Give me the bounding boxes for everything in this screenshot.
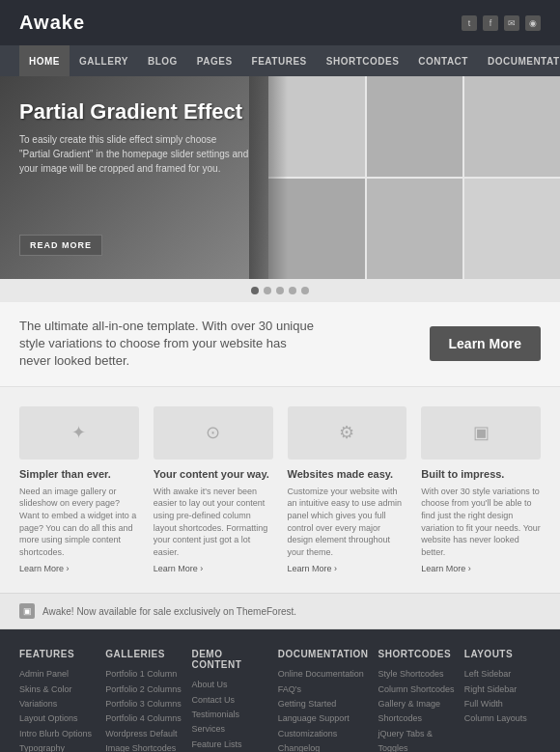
- footer-link[interactable]: Left Sidebar: [464, 667, 541, 682]
- feature-title-simpler: Simpler than ever.: [19, 467, 139, 481]
- footer-grid: FEATURES Admin Panel Skins & Color Varia…: [19, 649, 541, 752]
- feature-link-content[interactable]: Learn More: [154, 564, 273, 573]
- hero-left-panel: Partial Gradient Effect To easily create…: [0, 76, 268, 279]
- slider-dot-5[interactable]: [301, 287, 309, 294]
- feature-icon-websites: ⚙: [288, 406, 407, 460]
- footer-link[interactable]: jQuery Tabs & Toggles: [378, 727, 455, 752]
- feature-desc-built: With over 30 style variations to choose …: [421, 486, 541, 559]
- nav-item-documentation[interactable]: DOCUMENTATION: [478, 45, 560, 76]
- footer-link[interactable]: Right Sidebar: [464, 682, 541, 697]
- footer-col-documentation: DOCUMENTATION Online Documentation FAQ's…: [278, 649, 369, 752]
- feature-desc-content: With awake it's never been easier to lay…: [154, 486, 273, 559]
- footer-link[interactable]: Testimonials: [191, 708, 267, 722]
- nav-item-contact[interactable]: CONTACT: [408, 45, 478, 76]
- feature-title-websites: Websites made easy.: [288, 467, 407, 481]
- footer-link[interactable]: Column Layouts: [464, 711, 541, 726]
- footer-link[interactable]: Gallery & Image Shortcodes: [378, 697, 455, 727]
- footer-link[interactable]: Typography: [19, 741, 96, 752]
- footer-link[interactable]: Skins & Color: [19, 682, 96, 697]
- cta-bar: The ultimate all-in-one template. With o…: [0, 302, 560, 387]
- learn-more-button[interactable]: Learn More: [430, 326, 541, 361]
- feature-title-built: Built to impress.: [421, 467, 541, 481]
- feature-desc-websites: Customize your website with an intuitive…: [288, 486, 407, 559]
- feature-websites: ⚙ Websites made easy. Customize your web…: [288, 406, 407, 574]
- hero-image-3: [464, 76, 560, 177]
- footer-heading-layouts: LAYOUTS: [464, 649, 541, 659]
- nav-items: HOME GALLERY BLOG PAGES FEATURES SHORTCO…: [19, 45, 560, 76]
- footer-col-shortcodes: SHORTCODES Style Shortcodes Column Short…: [378, 649, 455, 752]
- footer-link[interactable]: Getting Started: [278, 697, 369, 711]
- feature-link-built[interactable]: Learn More: [421, 564, 541, 573]
- feature-content: ⊙ Your content your way. With awake it's…: [154, 406, 273, 574]
- feature-title-content: Your content your way.: [154, 467, 273, 481]
- slider-dot-1[interactable]: [251, 287, 259, 294]
- footer-link[interactable]: Customizations: [278, 727, 369, 741]
- hero-description: To easily create this slide effect simpl…: [19, 132, 249, 176]
- footer-link[interactable]: Services: [191, 722, 267, 737]
- footer-link[interactable]: Intro Blurb Options: [19, 727, 96, 741]
- footer-heading-shortcodes: SHORTCODES: [378, 649, 455, 659]
- footer-link[interactable]: Portfolio 1 Column: [105, 667, 182, 682]
- hero-title: Partial Gradient Effect: [19, 99, 249, 125]
- footer-heading-documentation: DOCUMENTATION: [278, 649, 369, 659]
- footer-heading-demo: DEMO CONTENT: [191, 649, 267, 670]
- footer-link[interactable]: Column Shortcodes: [378, 682, 455, 697]
- footer-link[interactable]: Changelog: [278, 741, 369, 752]
- footer-heading-features: FEATURES: [19, 649, 96, 659]
- nav-item-shortcodes[interactable]: SHORTCODES: [317, 45, 409, 76]
- notice-icon: ▣: [19, 603, 35, 619]
- feature-icon-built: ▣: [421, 406, 541, 460]
- footer-link[interactable]: Portfolio 3 Columns: [105, 697, 182, 711]
- footer-link[interactable]: Style Shortcodes: [378, 667, 455, 682]
- footer-col-demo: DEMO CONTENT About Us Contact Us Testimo…: [191, 649, 267, 752]
- footer-link[interactable]: Admin Panel: [19, 667, 96, 682]
- footer-link[interactable]: Image Shortcodes: [105, 741, 182, 752]
- feature-link-simpler[interactable]: Learn More: [19, 564, 139, 573]
- footer-link[interactable]: Wordpress Default: [105, 727, 182, 741]
- rss-icon[interactable]: ◉: [525, 15, 541, 31]
- main-content: Partial Gradient Effect To easily create…: [0, 76, 560, 629]
- footer-link[interactable]: Online Documentation: [278, 667, 369, 682]
- nav-item-features[interactable]: FEATURES: [242, 45, 317, 76]
- hero-image-2: [367, 76, 462, 177]
- notice-bar: ▣ Awake! Now available for sale exclusiv…: [0, 593, 560, 629]
- nav-item-home[interactable]: HOME: [19, 45, 70, 76]
- footer-link[interactable]: Feature Lists: [191, 738, 267, 752]
- feature-desc-simpler: Need an image gallery or slideshow on ev…: [19, 486, 139, 559]
- footer-link[interactable]: FAQ's: [278, 682, 369, 697]
- footer-link[interactable]: Variations: [19, 697, 96, 711]
- feature-simpler: ✦ Simpler than ever. Need an image galle…: [19, 406, 139, 574]
- feature-built: ▣ Built to impress. With over 30 style v…: [421, 406, 541, 574]
- social-icons: t f ✉ ◉: [462, 15, 541, 31]
- feature-icon-simpler: ✦: [19, 406, 139, 460]
- footer-link[interactable]: About Us: [191, 678, 267, 692]
- hero-image-5: [367, 179, 462, 279]
- slider-dot-3[interactable]: [276, 287, 284, 294]
- footer-col-layouts: LAYOUTS Left Sidebar Right Sidebar Full …: [464, 649, 541, 752]
- footer-heading-galleries: GALLERIES: [105, 649, 182, 659]
- header: Awake t f ✉ ◉: [0, 0, 560, 45]
- hero-slider: Partial Gradient Effect To easily create…: [0, 76, 560, 279]
- footer-link[interactable]: Portfolio 2 Columns: [105, 682, 182, 697]
- footer-link[interactable]: Layout Options: [19, 711, 96, 726]
- nav-item-gallery[interactable]: GALLERY: [70, 45, 138, 76]
- read-more-button[interactable]: READ MORE: [19, 235, 102, 256]
- footer-link[interactable]: Portfolio 4 Columns: [105, 711, 182, 726]
- footer-link[interactable]: Language Support: [278, 711, 369, 726]
- footer-col-features: FEATURES Admin Panel Skins & Color Varia…: [19, 649, 96, 752]
- facebook-icon[interactable]: f: [483, 15, 498, 31]
- footer: FEATURES Admin Panel Skins & Color Varia…: [0, 629, 560, 752]
- slider-dot-2[interactable]: [264, 287, 271, 294]
- notice-text: Awake! Now available for sale exclusivel…: [42, 606, 296, 617]
- features-section: ✦ Simpler than ever. Need an image galle…: [0, 387, 560, 594]
- feature-link-websites[interactable]: Learn More: [288, 564, 407, 573]
- hero-images: [268, 76, 560, 279]
- footer-link[interactable]: Full Width: [464, 697, 541, 711]
- footer-link[interactable]: Contact Us: [191, 693, 267, 708]
- cta-text: The ultimate all-in-one template. With o…: [19, 318, 319, 371]
- slider-dot-4[interactable]: [289, 287, 296, 294]
- nav-item-blog[interactable]: BLOG: [138, 45, 187, 76]
- twitter-icon[interactable]: t: [462, 15, 477, 31]
- nav-item-pages[interactable]: PAGES: [187, 45, 242, 76]
- email-icon[interactable]: ✉: [504, 15, 519, 31]
